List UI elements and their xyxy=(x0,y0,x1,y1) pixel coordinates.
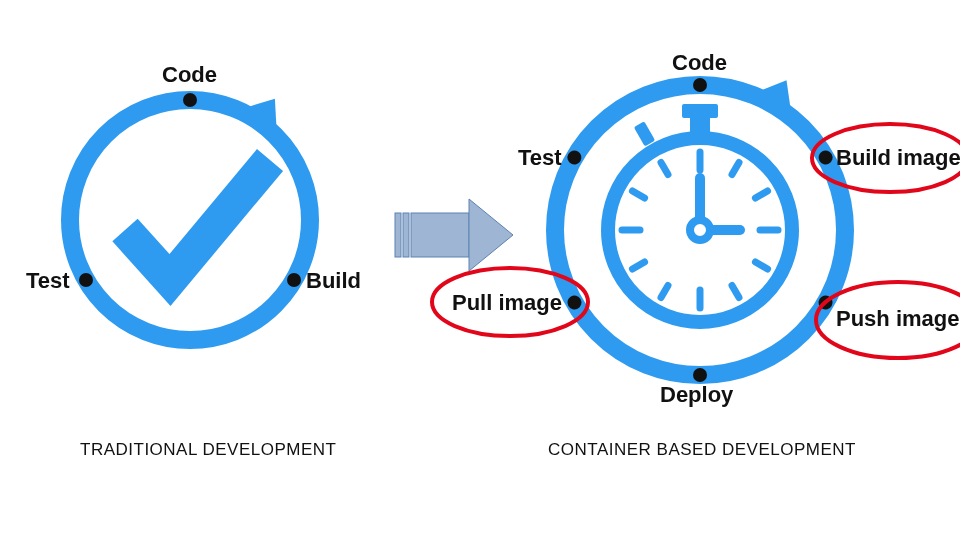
svg-point-29 xyxy=(690,220,710,240)
svg-line-25 xyxy=(632,191,644,198)
stopwatch-icon xyxy=(608,104,792,322)
svg-line-19 xyxy=(732,162,739,174)
svg-line-24 xyxy=(632,262,644,269)
svg-rect-14 xyxy=(634,121,655,146)
svg-line-22 xyxy=(732,285,739,297)
diagram-root: Code Build Test TRADITIONAL DEVELOPMENT xyxy=(0,0,960,540)
right-node-test: Test xyxy=(518,145,562,171)
right-node-deploy: Deploy xyxy=(660,382,733,408)
svg-rect-12 xyxy=(682,104,718,118)
right-node-pull-image: Pull image xyxy=(452,290,562,316)
svg-point-33 xyxy=(693,368,707,382)
svg-rect-13 xyxy=(690,118,710,138)
right-node-build-image: Build image xyxy=(836,145,960,171)
svg-line-23 xyxy=(661,285,668,297)
right-node-push-image: Push image xyxy=(836,306,959,332)
svg-line-26 xyxy=(661,162,668,174)
svg-point-30 xyxy=(693,78,707,92)
right-caption: CONTAINER BASED DEVELOPMENT xyxy=(548,440,856,460)
svg-line-21 xyxy=(755,262,767,269)
right-node-code: Code xyxy=(672,50,727,76)
svg-line-20 xyxy=(755,191,767,198)
